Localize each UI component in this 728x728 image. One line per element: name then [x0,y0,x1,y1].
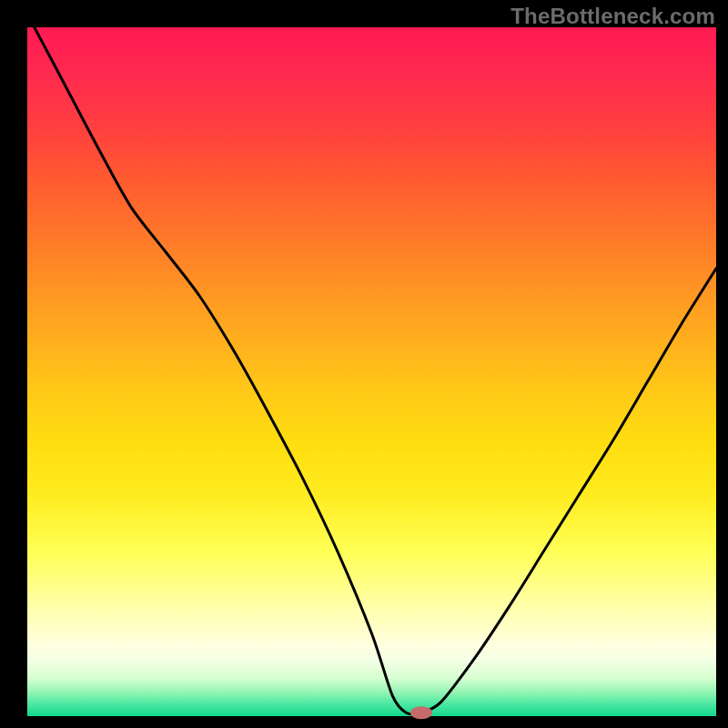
current-config-marker [410,706,432,719]
bottleneck-chart [0,0,728,728]
plot-area [27,27,716,716]
watermark-text: TheBottleneck.com [511,4,715,29]
chart-frame: { "watermark": "TheBottleneck.com", "plo… [0,0,728,728]
